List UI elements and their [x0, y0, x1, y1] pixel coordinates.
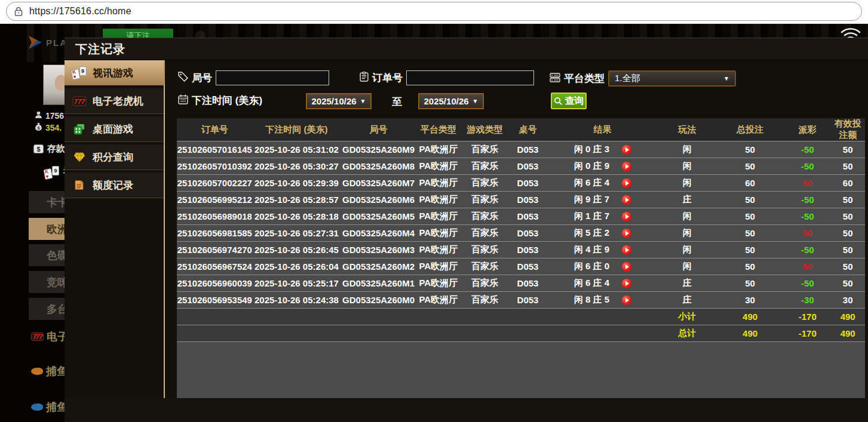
- modal-title: 下注记录: [75, 41, 125, 57]
- url-text[interactable]: https://175616.cc/home: [29, 6, 131, 17]
- cell-game: 百家乐: [461, 258, 510, 275]
- cell-total-bet: 50: [716, 158, 784, 175]
- cell-table: D053: [509, 208, 546, 225]
- user-icon: [35, 111, 42, 121]
- cell-order: 251026057016145: [177, 141, 253, 158]
- balance-row: $ 354.: [35, 122, 62, 133]
- replay-icon[interactable]: [622, 229, 631, 238]
- total-valid-bet-value: 490: [830, 309, 865, 325]
- tab-points[interactable]: 积分查询: [65, 144, 164, 170]
- platform-select[interactable]: 1.全部 ▼: [608, 70, 736, 87]
- cell-order: 251026057010392: [177, 158, 253, 175]
- total-label: 小计: [658, 309, 716, 325]
- date-to-select[interactable]: 2025/10/26 ▼: [418, 93, 484, 109]
- cell-result: 闲 1 庄 7: [547, 208, 659, 225]
- tag-icon: [178, 72, 188, 84]
- cell-payout: -50: [784, 242, 830, 258]
- total-payout-value: -170: [784, 325, 830, 342]
- replay-icon[interactable]: [622, 178, 631, 188]
- table-row: 2510260569890182025-10-26 05:28:18GD0532…: [177, 208, 865, 225]
- tab-label: 额度记录: [93, 178, 133, 192]
- empty-cell: [177, 325, 658, 342]
- column-header: 玩法: [658, 118, 716, 141]
- cell-round: GD05325A260M2: [341, 258, 416, 275]
- address-bar[interactable]: https://175616.cc/home: [6, 2, 862, 21]
- cell-play: 闲: [658, 258, 716, 275]
- empty-cell: [177, 309, 658, 325]
- cell-round: GD05325A260M5: [341, 208, 416, 225]
- cell-table: D053: [509, 242, 546, 258]
- records-table: 订单号下注时间 (美东)局号平台类型游戏类型桌号结果玩法总投注派彩有效投注额 2…: [177, 118, 865, 342]
- order-input[interactable]: [406, 70, 534, 85]
- total-label: 总计: [658, 325, 716, 342]
- cell-result: 闲 4 庄 9: [547, 242, 659, 258]
- replay-icon[interactable]: [622, 279, 631, 288]
- tab-label: 电子老虎机: [93, 94, 143, 108]
- replay-icon[interactable]: [622, 145, 631, 155]
- tab-video-games[interactable]: 9K♥视讯游戏: [65, 60, 164, 85]
- user-id-row: 1756: [35, 111, 64, 121]
- platform-select-value: 1.全部: [615, 73, 640, 84]
- fish-icon: [31, 403, 43, 411]
- search-icon: [554, 97, 563, 106]
- cell-result: 闲 8 庄 5: [547, 292, 659, 309]
- credit-icon: [71, 180, 87, 190]
- cell-platform: PA欧洲厅: [416, 242, 461, 258]
- table-row: 2510260569742702025-10-26 05:26:45GD0532…: [177, 242, 865, 258]
- cell-platform: PA欧洲厅: [416, 192, 461, 208]
- tab-credit[interactable]: 额度记录: [65, 173, 164, 198]
- cell-play: 庄: [658, 292, 716, 309]
- calendar-icon: [178, 94, 188, 107]
- total-bet-value: 490: [716, 309, 784, 325]
- date-from-select[interactable]: 2025/10/26 ▼: [306, 93, 372, 109]
- cell-result: 闲 0 庄 3: [547, 141, 659, 158]
- total-payout-value: -170: [784, 309, 830, 325]
- table-row: 2510260569535492025-10-26 05:24:38GD0532…: [177, 292, 865, 309]
- tab-label: 积分查询: [93, 150, 133, 164]
- platform-filter-label: 平台类型: [564, 72, 605, 85]
- cell-order: 251026057002227: [177, 175, 253, 192]
- cell-game: 百家乐: [461, 141, 510, 158]
- cell-total-bet: 50: [716, 208, 784, 225]
- cell-platform: PA欧洲厅: [416, 225, 461, 242]
- table-games-icon: [71, 124, 87, 135]
- cell-payout: 50: [784, 225, 830, 242]
- deposit-button[interactable]: $ 存款: [33, 143, 65, 155]
- column-header: 有效投注额: [830, 118, 865, 141]
- cell-round: GD05325A260M7: [341, 175, 416, 192]
- cell-play: 闲: [658, 141, 716, 158]
- replay-icon[interactable]: [622, 212, 631, 221]
- replay-icon[interactable]: [622, 295, 631, 305]
- cell-payout: -50: [784, 192, 830, 208]
- cell-payout: -50: [784, 141, 830, 158]
- column-header: 订单号: [177, 118, 253, 141]
- cell-total-bet: 50: [716, 192, 784, 208]
- cell-valid-bet: 50: [830, 208, 865, 225]
- replay-icon[interactable]: [622, 245, 631, 255]
- cell-game: 百家乐: [461, 175, 510, 192]
- cell-round: GD05325A260M0: [341, 292, 416, 309]
- table-row: 2510260569600392025-10-26 05:25:17GD0532…: [177, 275, 865, 292]
- cell-payout: 60: [784, 175, 830, 192]
- round-input[interactable]: [216, 70, 329, 85]
- cell-game: 百家乐: [461, 242, 510, 258]
- cell-time: 2025-10-26 05:30:27: [253, 158, 341, 175]
- cell-game: 百家乐: [461, 225, 510, 242]
- cell-order: 251026056953549: [177, 292, 253, 309]
- cell-result: 闲 6 庄 0: [547, 258, 659, 275]
- cell-valid-bet: 50: [830, 225, 865, 242]
- cell-payout: -30: [784, 292, 830, 309]
- search-button[interactable]: 查询: [551, 93, 587, 109]
- cell-order: 251026056974270: [177, 242, 253, 258]
- cell-platform: PA欧洲厅: [416, 275, 461, 292]
- replay-icon[interactable]: [622, 262, 631, 272]
- replay-icon[interactable]: [622, 195, 631, 205]
- tab-slots[interactable]: 777电子老虎机: [65, 88, 164, 113]
- cell-table: D053: [509, 275, 546, 292]
- replay-icon[interactable]: [622, 162, 631, 171]
- tab-label: 视讯游戏: [93, 66, 133, 80]
- cell-game: 百家乐: [461, 158, 510, 175]
- tab-table-games[interactable]: 桌面游戏: [65, 116, 164, 141]
- cards-icon: 9K♥: [44, 166, 60, 179]
- cell-round: GD05325A260M6: [341, 192, 416, 208]
